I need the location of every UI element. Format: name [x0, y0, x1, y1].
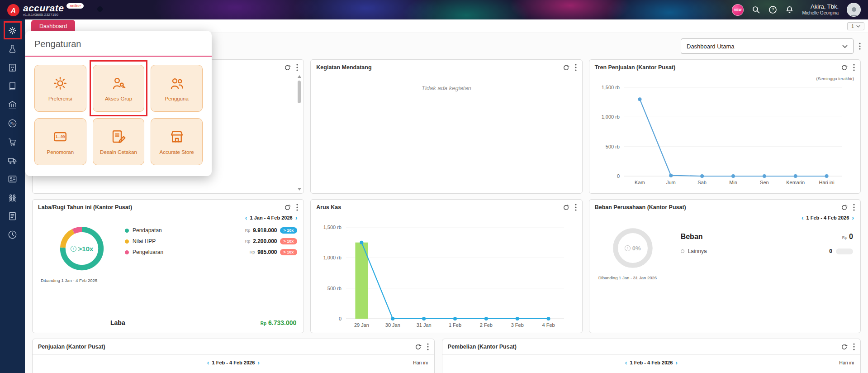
svg-text:500 rb: 500 rb [327, 286, 342, 291]
legend-value: 2.200.000 [253, 238, 277, 244]
brand-online-badge: online [66, 3, 84, 9]
svg-text:1,500 rb: 1,500 rb [323, 225, 342, 230]
sidebar-item-delivery[interactable] [7, 155, 18, 166]
book-icon [7, 81, 18, 91]
next-period-chevron[interactable]: › [852, 215, 854, 221]
settings-menu-akses-grup[interactable]: Akses Grup [93, 65, 145, 112]
print-design-icon [110, 129, 127, 145]
settings-menu-accurate-store[interactable]: Accurate Store [151, 118, 203, 165]
widget-title: Penjualan (Kantor Pusat) [38, 344, 105, 350]
settings-menu-preferensi[interactable]: Preferensi [34, 65, 86, 112]
legend-dot [125, 250, 129, 254]
refresh-icon[interactable] [841, 64, 848, 71]
ratio-badge[interactable]: > 10x [280, 227, 298, 234]
users-icon [169, 75, 185, 91]
document-icon [7, 211, 18, 221]
search-icon[interactable] [752, 5, 760, 14]
dashboard-selector[interactable]: Dashboard Utama [681, 38, 854, 54]
next-period-chevron[interactable]: › [257, 359, 260, 366]
prev-period-chevron[interactable]: ‹ [245, 215, 247, 221]
refresh-icon[interactable] [841, 344, 848, 350]
kebab-icon[interactable] [296, 204, 298, 211]
next-period-chevron[interactable]: › [675, 359, 678, 366]
scroll-thumb[interactable] [298, 81, 301, 103]
popup-title: Pengaturan [34, 39, 203, 49]
dashboard-selector-value: Dashboard Utama [687, 43, 735, 50]
kebab-icon[interactable] [853, 343, 855, 350]
arus-kas-chart: 0500 rb1,000 rb1,500 rb29 Jan30 Jan31 Ja… [317, 220, 576, 330]
legend-row: Nilai HPP Rp2.200.000> 10x [125, 238, 297, 244]
chevron-down-icon [842, 45, 848, 48]
refresh-icon[interactable] [563, 204, 569, 211]
store-icon [169, 129, 185, 145]
date-range: ‹ 1 Feb - 4 Feb 2026 › [207, 359, 260, 366]
help-icon[interactable]: ? [768, 5, 777, 14]
sidebar-item-employees[interactable] [7, 192, 18, 203]
avatar[interactable] [847, 3, 861, 17]
sidebar-item-reports[interactable] [7, 210, 18, 221]
prev-period-chevron[interactable]: ‹ [802, 215, 804, 221]
scroll-up-arrow[interactable] [298, 75, 301, 78]
legend-value: 985.000 [257, 249, 277, 255]
svg-text:1...99: 1...99 [56, 134, 65, 139]
settings-menu-desain-cetakan[interactable]: Desain Cetakan [93, 118, 145, 165]
tile-label: Desain Cetakan [100, 149, 137, 155]
date-range-label: 1 Feb - 4 Feb 2026 [806, 215, 849, 220]
prev-period-chevron[interactable]: ‹ [207, 359, 209, 366]
svg-text:Jum: Jum [666, 180, 676, 185]
kebab-icon[interactable] [575, 204, 577, 211]
prev-period-chevron[interactable]: ‹ [625, 359, 627, 366]
id-card-icon [7, 174, 18, 184]
refresh-icon[interactable] [415, 344, 422, 350]
gear-icon [52, 75, 68, 91]
legend-row: Lainnya 0 [681, 248, 853, 254]
sidebar-item-settings[interactable] [7, 25, 18, 36]
refresh-icon[interactable] [284, 64, 291, 71]
clock-icon [7, 230, 18, 240]
next-period-chevron[interactable]: › [295, 215, 298, 221]
legend-dot [125, 229, 129, 233]
whats-new-icon[interactable]: NEW [732, 4, 744, 16]
dashboard-kebab-icon[interactable] [859, 43, 861, 50]
brand-text: accurate online v1.0.1#3605-2327150 [23, 3, 84, 17]
sidebar-item-purchases[interactable] [7, 136, 18, 147]
settings-menu-pengguna[interactable]: Pengguna [151, 65, 203, 112]
notifications-bell-icon[interactable] [785, 5, 794, 14]
kebab-icon[interactable] [853, 204, 855, 211]
ratio-badge[interactable]: > 10x [280, 249, 298, 255]
widget-laba-rugi: Laba/Rugi Tahun ini (Kantor Pusat) ‹ 1 J… [32, 199, 304, 333]
kebab-icon[interactable] [296, 64, 298, 71]
numbering-icon: 1...99 [52, 129, 68, 145]
date-range-label: 1 Feb - 4 Feb 2026 [212, 360, 255, 365]
kebab-icon[interactable] [427, 343, 429, 350]
tile-label: Accurate Store [160, 149, 194, 155]
sidebar-item-assets[interactable] [7, 99, 18, 110]
sidebar-item-company[interactable] [7, 62, 18, 73]
accurate-logo[interactable]: A [7, 4, 19, 16]
sidebar-item-cash[interactable]: Rp [7, 118, 18, 129]
svg-text:?: ? [772, 7, 774, 12]
widget-arus-kas: Arus Kas 0500 rb1,000 rb1,500 rb29 Jan30… [310, 199, 582, 333]
refresh-icon[interactable] [284, 204, 291, 211]
settings-menu-penomoran[interactable]: 1...99 Penomoran [34, 118, 86, 165]
widget-beban-perusahaan: Beban Perusahaan (Kantor Pusat) ‹ 1 Feb … [589, 199, 861, 333]
kebab-icon[interactable] [853, 64, 855, 71]
tab-count-control[interactable]: 1 [847, 22, 864, 30]
widget-title: Laba/Rugi Tahun ini (Kantor Pusat) [38, 204, 132, 210]
refresh-icon[interactable] [841, 204, 848, 211]
scroll-down-arrow[interactable] [298, 188, 301, 191]
beban-heading: Beban [681, 233, 703, 241]
kebab-icon[interactable] [575, 64, 577, 71]
settings-highlight-box [4, 21, 22, 39]
refresh-icon[interactable] [563, 64, 569, 71]
legend-row: Pengeluaran Rp985.000> 10x [125, 249, 297, 255]
ratio-badge[interactable]: > 10x [280, 238, 298, 244]
sidebar-item-contacts[interactable] [7, 173, 18, 184]
period-preset-label: Hari ini [413, 360, 428, 365]
date-range-label: 1 Feb - 4 Feb 2026 [630, 360, 673, 365]
sidebar-item-history[interactable] [7, 229, 18, 240]
sidebar-item-ledger[interactable] [7, 81, 18, 91]
user-name: Michelle Georgina [802, 10, 839, 16]
sidebar-item-products[interactable] [7, 43, 18, 54]
date-range-label: 1 Jan - 4 Feb 2026 [250, 215, 292, 220]
